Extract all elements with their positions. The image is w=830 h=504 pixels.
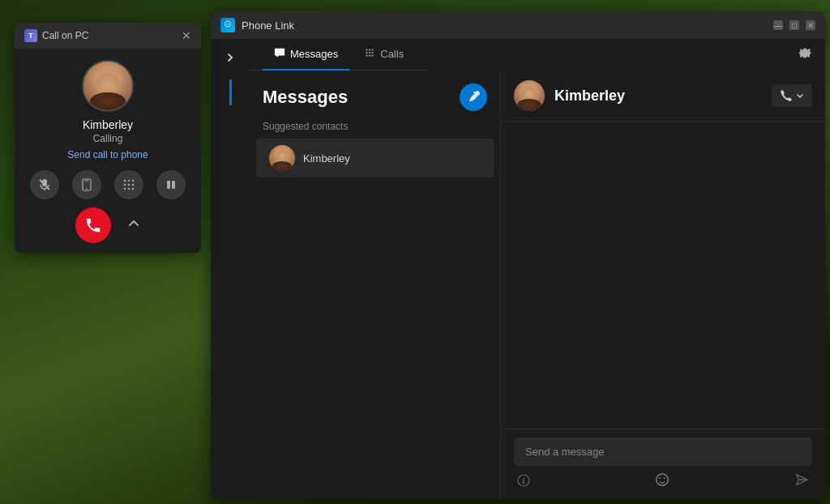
svg-point-16 [369,49,370,50]
svg-rect-1 [42,179,47,186]
top-bar: Messages Calls [250,39,825,70]
window-close-button[interactable]: ✕ [806,20,815,30]
minimize-button[interactable]: — [773,20,783,30]
chat-header-left: Kimberley [514,80,625,111]
nav-active-indicator [229,79,232,105]
svg-point-4 [124,180,126,182]
svg-point-28 [657,474,668,485]
suggested-contacts-label: Suggested contacts [250,117,500,139]
content-split: Messages Suggested contacts [250,70,825,499]
chat-call-button[interactable] [772,84,812,107]
svg-point-5 [128,180,130,182]
hold-button[interactable] [156,170,186,199]
nav-sidebar [211,39,250,499]
contact-item-kimberley[interactable]: Kimberley [256,139,494,177]
avatar-face [83,62,132,110]
svg-point-21 [366,54,368,56]
dialpad-button[interactable] [114,170,143,199]
window-title: Phone Link [242,19,294,32]
svg-point-3 [86,188,88,190]
messages-panel-title: Messages [263,87,348,108]
call-widget-header: T Call on PC ✕ [15,23,201,49]
chat-contact-avatar [514,80,545,111]
teams-icon: T [24,29,37,42]
call-contact-name: Kimberley [15,118,201,131]
messages-tab-icon [274,47,285,61]
chat-panel: Kimberley [501,70,825,499]
call-widget: T Call on PC ✕ Kimberley Calling Send ca… [15,23,201,253]
call-secondary-controls [15,170,201,199]
phone-link-window: Phone Link — □ ✕ [211,11,825,499]
switch-to-phone-button[interactable] [72,170,101,199]
settings-button[interactable] [785,39,825,70]
chat-header: Kimberley [501,70,825,122]
chat-input-bottom [514,472,812,491]
maximize-button[interactable]: □ [789,20,799,30]
new-message-button[interactable] [460,83,487,111]
svg-point-15 [366,49,368,50]
svg-point-27 [523,477,524,479]
svg-point-9 [132,184,134,186]
messages-panel: Messages Suggested contacts [250,70,501,499]
svg-point-19 [369,52,370,53]
chat-input-area: Send a message [501,429,825,499]
messages-header: Messages [250,70,500,117]
phone-link-titlebar: Phone Link — □ ✕ [211,11,825,39]
chevron-up-button[interactable] [127,217,140,233]
calls-tab-label: Calls [380,48,404,60]
nav-tabs: Messages Calls [250,39,428,70]
contact-avatar-image [269,145,295,171]
emoji-button[interactable] [655,472,670,491]
tab-messages[interactable]: Messages [263,39,349,70]
svg-point-29 [659,477,661,479]
svg-point-20 [372,52,374,53]
titlebar-left: Phone Link [220,18,294,32]
svg-point-30 [664,477,665,479]
send-button[interactable] [794,472,809,491]
messages-tab-label: Messages [290,48,338,60]
call-widget-title: Call on PC [42,30,88,41]
svg-point-18 [366,52,368,53]
contact-name: Kimberley [303,152,350,164]
nav-tabs-area: Messages Calls [250,39,825,499]
svg-point-22 [369,54,370,56]
svg-point-17 [372,49,374,50]
svg-rect-14 [172,181,175,189]
svg-point-12 [132,188,134,190]
svg-point-8 [128,184,130,186]
titlebar-controls: — □ ✕ [773,20,815,30]
svg-point-23 [372,54,374,56]
calls-tab-icon [364,47,375,61]
tab-calls[interactable]: Calls [353,39,415,70]
mute-button[interactable] [30,170,59,199]
end-call-button[interactable] [75,207,111,243]
call-status: Calling [15,133,201,144]
phone-link-app-icon [220,18,235,32]
call-avatar [82,60,134,112]
call-avatar-container [15,60,201,112]
nav-expand-button[interactable] [218,45,242,73]
info-icon [517,474,530,490]
chat-contact-name: Kimberley [554,88,625,105]
svg-point-11 [128,188,130,190]
svg-point-7 [124,184,126,186]
chat-avatar-image [514,80,545,111]
contact-avatar [269,145,295,171]
phone-link-body: Messages Calls [211,39,825,499]
chat-messages-area [501,122,825,429]
svg-rect-13 [167,181,170,189]
call-widget-title-row: T Call on PC [24,29,88,42]
send-call-to-phone[interactable]: Send call to phone [15,149,201,160]
call-main-controls [15,207,201,243]
svg-point-10 [124,188,126,190]
svg-point-6 [132,180,134,182]
message-input-placeholder[interactable]: Send a message [525,446,801,458]
chat-input-container[interactable]: Send a message [514,438,812,466]
close-button[interactable]: ✕ [182,29,191,42]
